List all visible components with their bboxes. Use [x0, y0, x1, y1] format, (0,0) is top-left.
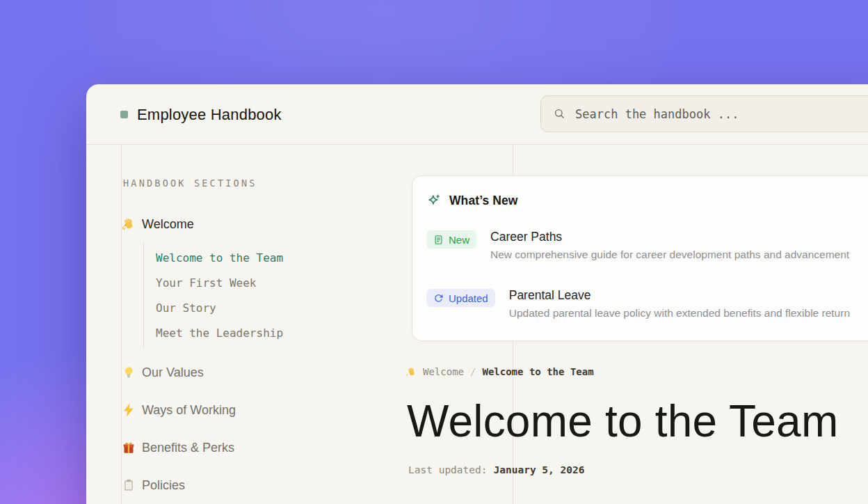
whats-new-card: What’s New New Career Paths New comprehe… — [412, 175, 868, 341]
sidebar-item-label: Policies — [142, 478, 185, 493]
gift-icon — [122, 441, 136, 455]
brand-logo-icon — [120, 111, 128, 118]
app-title: Employee Handbook — [137, 106, 282, 124]
sidebar-item-label: Our Values — [142, 365, 204, 380]
whats-new-item-title: Parental Leave — [509, 288, 850, 303]
breadcrumb-current-page: Welcome to the Team — [482, 366, 593, 377]
refresh-icon — [433, 293, 444, 304]
sidebar-item-label: Welcome — [142, 217, 194, 232]
search-box[interactable] — [540, 95, 868, 132]
search-input[interactable] — [575, 107, 868, 121]
whats-new-item-text: Parental Leave Updated parental leave po… — [509, 288, 850, 320]
last-updated-label: Last updated: — [408, 464, 488, 475]
whats-new-item-description: New comprehensive guide for career devel… — [490, 249, 849, 261]
document-icon — [433, 235, 444, 245]
app-window: Employee Handbook HANDBOOK SECTIONS — [86, 84, 868, 504]
last-updated: Last updated: January 5, 2026 — [408, 464, 584, 475]
sidebar-item-label: Benefits & Perks — [142, 441, 234, 455]
brand: Employee Handbook — [120, 84, 282, 145]
whats-new-header: What’s New — [426, 194, 868, 208]
last-updated-value: January 5, 2026 — [494, 464, 585, 475]
breadcrumb-separator: / — [470, 366, 476, 377]
breadcrumb: Welcome / Welcome to the Team — [406, 366, 594, 377]
whats-new-title: What’s New — [449, 194, 518, 208]
breadcrumb-section[interactable]: Welcome — [423, 366, 464, 377]
whats-new-item-parental-leave[interactable]: Updated Parental Leave Updated parental … — [426, 288, 868, 320]
search-icon — [553, 107, 566, 120]
whats-new-item-description: Updated parental leave policy with exten… — [509, 307, 850, 320]
updated-badge: Updated — [426, 289, 495, 307]
whats-new-item-text: Career Paths New comprehensive guide for… — [490, 230, 849, 261]
clipboard-icon — [122, 478, 136, 492]
sidebar-item-policies[interactable]: Policies — [122, 477, 497, 494]
app-header: Employee Handbook — [86, 84, 868, 145]
sidebar-item-label: Ways of Working — [142, 403, 236, 418]
whats-new-item-career-paths[interactable]: New Career Paths New comprehensive guide… — [426, 230, 868, 261]
waving-hand-icon — [122, 217, 136, 231]
new-badge: New — [426, 230, 476, 249]
lightning-bolt-icon — [122, 403, 136, 417]
waving-hand-icon — [406, 367, 417, 377]
light-bulb-icon — [122, 365, 136, 379]
whats-new-item-title: Career Paths — [490, 230, 849, 244]
page-title: Welcome to the Team — [407, 397, 838, 446]
sparkle-icon — [426, 194, 441, 208]
